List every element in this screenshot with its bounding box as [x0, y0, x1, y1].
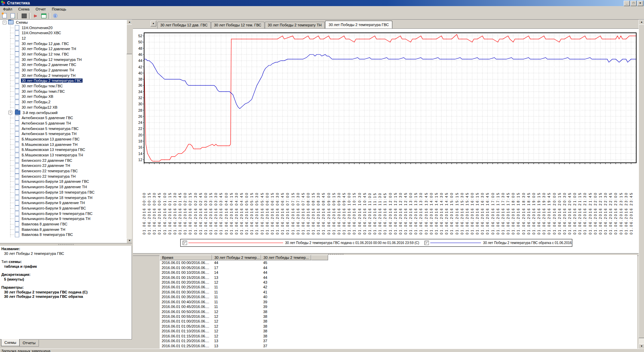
tree-item[interactable]: 30 лет Победы,2 [0, 99, 127, 105]
tree-item[interactable]: Актюбинская 5 давление ТН [0, 120, 127, 126]
tree-item[interactable]: 30 лет Победы тем.ГВС [0, 83, 127, 89]
tree-item[interactable]: Вавилова 8 температура ГВС [0, 232, 127, 238]
tree-item[interactable]: Белинского 22 температура ГВС [0, 168, 127, 174]
table-row[interactable]: 2016.06.01 01:10/2016.06....1238 [160, 329, 637, 333]
table-row[interactable]: 2016.06.01 01:15/2016.06....1238 [160, 334, 637, 338]
tree-item-label[interactable]: 30 лет Победы12 ХВ [21, 105, 58, 109]
table-row[interactable]: 2016.06.01 00:30/2016.06....1141 [160, 290, 637, 294]
tree-scrollbar[interactable]: ▲ ▼ [127, 20, 132, 243]
tree-item[interactable]: 30 лет Победы 12 давление ТН [0, 46, 127, 51]
tree-item[interactable]: 11Н.Ополчения20 ХВС [0, 30, 127, 36]
tree-item[interactable]: Бялыницкого-Бирули 18 давление ТН [0, 184, 127, 190]
maximize-button[interactable]: □ [630, 1, 637, 6]
tree-item[interactable]: Б.Машековская 13 давление ТН [0, 142, 127, 147]
tree-item[interactable]: Бялыницкого-Бирули 9 температура ГВС [0, 211, 127, 216]
table-row[interactable]: 2016.06.01 00:00/2016.06....4445 [160, 260, 637, 265]
tree-item[interactable]: Вавилова 8 давление ГВС [0, 221, 127, 227]
pdf-export-button[interactable]: ⊳ [32, 13, 39, 19]
tree-item[interactable]: Белинского 22 давление ТН [0, 163, 127, 169]
tree-item[interactable]: Б.Машековская 13 температура ТН [0, 152, 127, 158]
table-row[interactable]: 2016.06.01 01:05/2016.06....1238 [160, 324, 637, 329]
tree-item[interactable]: 30 лет Победы 12 температура ТН [0, 57, 127, 62]
tree-item[interactable]: Бялыницкого-Бирули 9 температура ТН [0, 216, 127, 221]
tree-root[interactable]: −Схемы [0, 20, 127, 25]
tree-item-label[interactable]: Белинского 22 температура ТН [21, 174, 76, 178]
tree-item-label[interactable]: Б.Машековская 13 температура ГВС [21, 148, 86, 152]
tree-item[interactable]: 30 лет Победы 2 температу ТН [0, 73, 127, 78]
tree-item[interactable]: +3-й пер.октябрьский [0, 110, 127, 115]
table-row[interactable]: 2016.06.01 00:45/2016.06....1139 [160, 304, 637, 309]
table-row[interactable]: 2016.06.01 00:50/2016.06....1238 [160, 309, 637, 314]
tree-item-label[interactable]: Бялыницкого-Бирули 18 давление ГВС [21, 179, 90, 183]
stop-button[interactable] [20, 13, 28, 19]
load-data-button[interactable]: ↓ [9, 13, 16, 19]
tree-item-label[interactable]: 30 лет Победы тем.ГВС [21, 84, 64, 88]
tree-item[interactable]: Актюбинская 5 температура ТН [0, 131, 127, 136]
tree-item-label[interactable]: Бялыницкого-Бирули 18 температура ГВС [21, 190, 95, 194]
tree-item-label[interactable]: 30 лет Победы 2 температу ТН [21, 73, 76, 78]
table-column-header[interactable] [311, 255, 328, 260]
tree-item-label[interactable]: Б.Машековская 13 давление ТН [21, 142, 78, 147]
tree-item[interactable]: Бялыницкого-Бирули 9 давление ТН [0, 200, 127, 205]
tree-item-label[interactable]: Актюбинская 5 давление ГВС [21, 116, 74, 120]
bottom-tab-schemes[interactable]: Схемы [1, 339, 20, 346]
menu-item-2[interactable]: Схема [15, 6, 32, 12]
tree-item-label[interactable]: 30 лет Победы 12 тем. ГВС [21, 52, 70, 56]
tree-item-label[interactable]: 12 [21, 36, 26, 40]
tree-item-label-selected[interactable]: 30 лет Победы 2 температура ГВС [21, 79, 83, 83]
tree-item[interactable]: Актюбинская 5 температура ГВС [0, 126, 127, 131]
table-column-header[interactable]: 30 лет Победы 2 темпер... [261, 255, 311, 260]
tree-item[interactable]: Белинского 22 температура ТН [0, 174, 127, 179]
tree-item-label[interactable]: 3-й пер.октябрьский [22, 111, 58, 115]
main-scrollbar-thumb[interactable] [639, 24, 644, 338]
tree-item-label[interactable]: Б.Машековская 13 температура ТН [21, 153, 84, 157]
tree-item[interactable]: 30 лет Победы12 ХВ [0, 105, 127, 110]
scheme-tab-1[interactable]: 30 лет Победы 12 дав. ГВС [157, 22, 211, 28]
table-row[interactable]: 2016.06.01 00:35/2016.06....1140 [160, 294, 637, 299]
tree-item[interactable]: Бялыницкого-Бирули 18 температура ГВС [0, 190, 127, 195]
tree-item-label[interactable]: Вавилова 8 температура ГВС [21, 233, 74, 237]
expand-icon[interactable]: + [8, 111, 12, 114]
tree-item-label[interactable]: 30 лет Победы 12 давление ТН [21, 47, 77, 51]
table-row[interactable]: 2016.06.01 00:20/2016.06....1243 [160, 280, 637, 285]
tree-item-label[interactable]: Вавилова 8 давление ТН [21, 227, 66, 232]
tree-item-label[interactable]: 30 лет Победы 12 дав. ГВС [21, 42, 70, 46]
tree-item-label[interactable]: 30 лет Победы 2 давление ТН [21, 68, 75, 72]
tree-item[interactable]: 30 лет Победы 2 давление ГВС [0, 62, 127, 68]
table-row[interactable]: 2016.06.01 00:40/2016.06....1139 [160, 300, 637, 304]
table-row[interactable]: 2016.06.01 00:15/2016.06....1344 [160, 275, 637, 280]
tree-item-label[interactable]: Бялыницкого-Бирули 9 температура ТН [21, 217, 91, 221]
table-report-button[interactable] [40, 13, 47, 19]
table-row[interactable]: 2016.06.01 00:25/2016.06....1142 [160, 285, 637, 289]
scheme-tab-3[interactable]: 30 лет Победы 2 температу ТН [265, 22, 325, 28]
tree-item-label[interactable]: Бялыницкого-Бирули 18 давление ТН [21, 185, 88, 189]
tree-item-label[interactable]: Б.Машековская 13 давление ГВС [21, 137, 80, 141]
tree-item[interactable]: Белинского 22 давление ГВС [0, 158, 127, 163]
tab-scroll-up-button[interactable]: ▲ [151, 21, 156, 26]
menu-item-4[interactable]: Помощь [49, 6, 69, 12]
scheme-tab-4[interactable]: 30 лет Победы 2 температура ГВС [325, 21, 393, 28]
tree-item[interactable]: Б.Машековская 13 давление ГВС [0, 136, 127, 142]
tree-item[interactable]: Бялыницкого-Бирули 9 давлениеГВС [0, 205, 127, 211]
tree-item-label[interactable]: 30 лет Победы,2 [21, 100, 51, 104]
tree-item-label[interactable]: Бялыницкого-Бирули 9 давление ТН [21, 201, 86, 205]
tree-item-label[interactable]: 30 лет Победы 2 давление ГВС [21, 63, 77, 67]
table-row[interactable]: 2016.06.01 00:55/2016.06....1238 [160, 314, 637, 319]
menu-item-1[interactable]: Файл [0, 6, 15, 12]
tree-item-label[interactable]: Актюбинская 5 температура ГВС [21, 127, 79, 131]
tree-item-label[interactable]: Бялыницкого-Бирули 18 температура ТН [21, 196, 93, 200]
tree-item[interactable]: Вавилова 8 давление ТН [0, 227, 127, 232]
table-column-header[interactable]: Время [160, 255, 212, 260]
tree-item[interactable]: 30 лет Победы 12 дав. ГВС [0, 41, 127, 46]
tree-item[interactable]: 30 лет Победы 2 давление ТН [0, 67, 127, 73]
table-row[interactable]: 2016.06.01 00:05/2016.06....1744 [160, 265, 637, 270]
tree-item[interactable]: Бялыницкого-Бирули 18 давление ГВС [0, 179, 127, 184]
legend-checkbox[interactable]: ✓ [424, 241, 429, 245]
collapse-icon[interactable]: − [3, 21, 6, 24]
table-row[interactable]: 2016.06.01 01:25/2016.06....1337 [160, 343, 637, 348]
tree-item-label[interactable]: Актюбинская 5 давление ТН [21, 121, 72, 125]
tree-item-label[interactable]: Бялыницкого-Бирули 9 давлениеГВС [21, 206, 87, 210]
menu-item-3[interactable]: Отчет [32, 6, 49, 12]
tree-item[interactable]: 30 лет Победы 12 тем. ГВС [0, 51, 127, 57]
main-scrollbar[interactable]: ▲ ▼ [639, 20, 644, 349]
